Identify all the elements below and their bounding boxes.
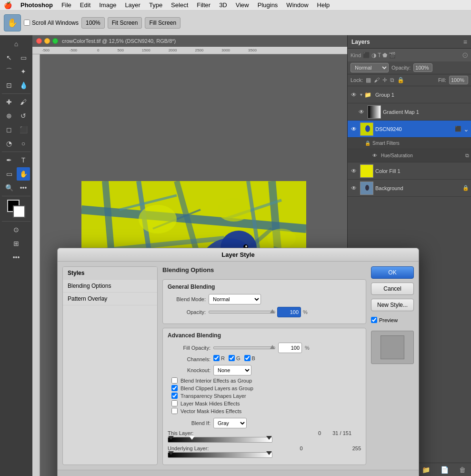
search-toggle-icon[interactable]: ⊙ [462,51,468,60]
smart-filter-icon[interactable]: 🎬 [389,52,396,59]
this-layer-mid-thumb[interactable] [189,436,195,440]
zoom-tool[interactable]: 🔍 [2,181,16,194]
lock-artboard-icon[interactable]: ⧉ [390,77,394,83]
visibility-icon[interactable]: 👁 [350,168,358,174]
ok-button[interactable]: OK [371,266,414,279]
lock-position-icon[interactable]: ✛ [382,77,387,83]
visibility-icon[interactable]: 👁 [350,126,358,132]
menu-window[interactable]: Window [282,0,312,10]
blend-if-select[interactable]: Gray [213,418,247,428]
background-color[interactable] [13,205,25,218]
dodge-tool[interactable]: ○ [17,137,30,150]
screen-mode-tool[interactable]: ⊞ [10,237,23,250]
text-tool[interactable]: T [17,153,30,167]
new-group-icon[interactable]: 📁 [422,466,430,474]
channel-g-checkbox[interactable] [229,355,235,361]
eyedropper-tool[interactable]: 💧 [17,79,30,92]
heal-tool[interactable]: ✚ [2,95,16,109]
layer-item[interactable]: 👁 Hue/Saturation ⧉ [348,149,471,162]
preview-checkbox[interactable] [371,317,377,323]
menu-help[interactable]: Help [313,0,334,10]
window-maximize-button[interactable] [52,38,58,44]
zoom-button[interactable]: 100% [81,17,105,29]
menu-filter[interactable]: Filter [193,0,214,10]
menu-file[interactable]: File [58,0,75,10]
eraser-tool[interactable]: ◻ [2,123,16,136]
this-layer-slider[interactable] [168,437,272,443]
blend-interior-checkbox[interactable] [171,377,178,384]
opacity-slider-track[interactable] [209,311,275,314]
hand-tool-sidebar[interactable]: ✋ [17,167,30,181]
opacity-slider-thumb[interactable] [270,309,275,313]
fit-screen-button[interactable]: Fit Screen [108,17,142,29]
channel-b-checkbox[interactable] [244,355,251,361]
selection-tool[interactable]: ▭ [17,51,30,64]
menu-view[interactable]: View [232,0,253,10]
underlying-left-thumb[interactable] [168,451,174,455]
blur-tool[interactable]: ◔ [2,137,16,150]
extras-tool[interactable]: ••• [10,251,23,264]
knockout-select[interactable]: None [213,365,251,375]
fill-opacity-slider[interactable] [213,346,275,349]
style-blending-options[interactable]: Blending Options [63,280,157,293]
fill-screen-button[interactable]: Fill Screen [145,17,180,29]
menu-image[interactable]: Image [95,0,120,10]
pixel-filter-icon[interactable]: ⬛ [363,52,370,59]
new-layer-icon[interactable]: 📄 [441,466,449,474]
visibility-icon[interactable]: 👁 [350,91,358,98]
this-layer-left-thumb[interactable] [168,436,174,440]
hand-tool-button[interactable]: ✋ [4,14,21,31]
visibility-icon[interactable]: 👁 [357,109,366,115]
menu-plugins[interactable]: Plugins [254,0,282,10]
transparency-shapes-checkbox[interactable] [171,393,178,399]
menu-3d[interactable]: 3D [215,0,231,10]
shape-filter-icon[interactable]: ⬟ [382,52,387,59]
delete-layer-icon[interactable]: 🗑 [459,466,466,474]
lock-transparent-icon[interactable]: ▩ [366,77,371,83]
blend-mode-select[interactable]: Normal [351,63,389,72]
fill-tool[interactable]: ⬛ [17,123,30,136]
history-tool[interactable]: ↺ [17,109,30,122]
move-tool[interactable]: ↖ [2,51,16,64]
lasso-tool[interactable]: ⌒ [2,65,16,78]
this-layer-right-thumb[interactable] [266,436,272,440]
menu-layer[interactable]: Layer [121,0,144,10]
shape-tool[interactable]: ▭ [2,167,16,181]
channel-g-label[interactable]: G [229,355,241,361]
layer-options-icon[interactable]: ⌄ [463,125,469,133]
menu-select[interactable]: Select [167,0,192,10]
crop-tool[interactable]: ⊡ [2,79,16,92]
layer-mask-hides-checkbox[interactable] [171,400,178,406]
layer-item[interactable]: 👁 Color Fill 1 [348,162,471,180]
underlying-right-thumb[interactable] [266,451,272,455]
layer-item[interactable]: 👁 DSCN9240 ⬛ ⌄ [348,121,471,138]
pen-tool[interactable]: ✒ [2,153,16,167]
underlying-layer-slider[interactable] [168,452,272,458]
channel-r-label[interactable]: R [213,355,225,361]
channel-r-checkbox[interactable] [213,355,220,361]
vector-mask-hides-checkbox[interactable] [171,408,178,414]
brush-tool[interactable]: 🖌 [17,95,30,109]
window-minimize-button[interactable] [44,38,50,44]
more-tools[interactable]: ••• [17,181,30,194]
quick-mask-tool[interactable]: ⊙ [10,223,23,236]
magic-wand-tool[interactable]: ✦ [17,65,30,78]
layer-item[interactable]: 👁 ▾ 📁 Group 1 [348,86,471,103]
visibility-icon[interactable]: 👁 [350,185,358,192]
fill-opacity-input[interactable] [278,343,302,353]
style-pattern-overlay[interactable]: Pattern Overlay [63,293,157,305]
opacity-input[interactable] [413,63,432,72]
fill-opacity-thumb[interactable] [270,345,275,349]
apple-logo-icon[interactable]: 🍎 [4,1,12,9]
stamp-tool[interactable]: ⊕ [2,109,16,122]
fill-input[interactable] [449,76,468,84]
cancel-button[interactable]: Cancel [371,283,414,295]
text-filter-icon[interactable]: T [378,52,381,59]
blend-mode-select-dialog[interactable]: Normal [209,294,261,304]
window-close-button[interactable] [36,38,42,44]
layer-item[interactable]: 👁 Background 🔒 [348,180,471,197]
channel-b-label[interactable]: B [244,355,255,361]
adj-filter-icon[interactable]: ◑ [371,52,376,59]
scroll-all-windows-input[interactable] [24,20,30,26]
home-tool[interactable]: ⌂ [10,37,23,51]
